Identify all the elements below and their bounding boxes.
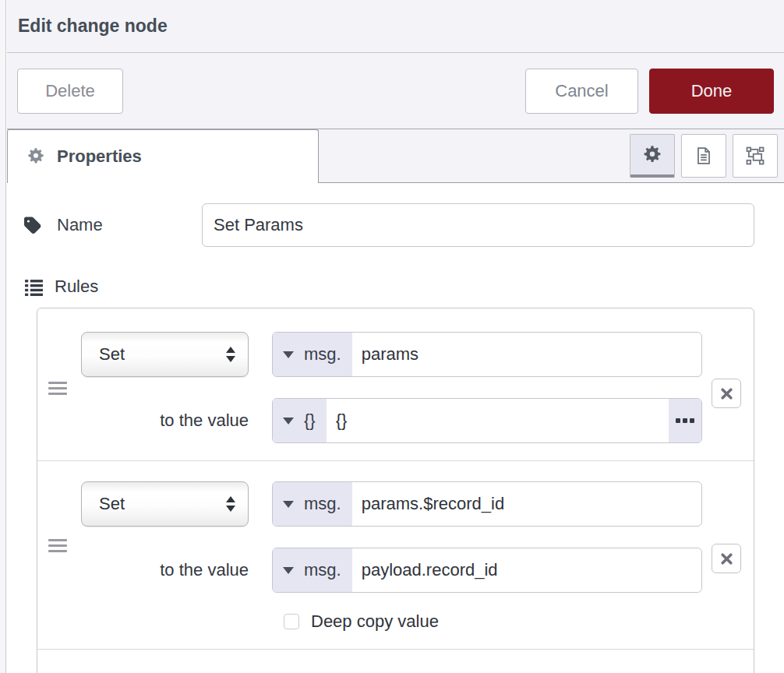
caret-down-icon: [283, 418, 294, 425]
appearance-icon: [744, 145, 766, 167]
tray-resize-strip[interactable]: [0, 0, 6, 673]
tab-properties[interactable]: Properties: [7, 129, 319, 183]
rules-container: Set msg. to the value: [37, 308, 754, 673]
x-icon: [720, 387, 733, 400]
rule-item-1: Set msg. to the value: [37, 308, 754, 460]
list-icon: [24, 277, 44, 297]
rule1-property-row: Set msg.: [81, 332, 702, 377]
rule1-value-input[interactable]: [327, 399, 669, 442]
name-label: Name: [57, 215, 103, 235]
drag-handle-icon[interactable]: [48, 382, 67, 395]
dialog-toolbar: Delete Cancel Done: [7, 53, 784, 129]
rule2-action-select[interactable]: Set: [81, 481, 249, 527]
rule1-action-select[interactable]: Set: [81, 332, 249, 377]
edit-tray: Edit change node Delete Cancel Done Prop…: [7, 0, 784, 673]
rule2-value-type-button[interactable]: msg.: [273, 548, 352, 592]
rule2-value-row: to the value msg.: [81, 548, 702, 593]
tag-icon: [24, 216, 44, 235]
rule2-property-typed-input: msg.: [272, 481, 702, 527]
tabbar-spacer: [319, 129, 630, 182]
cancel-button[interactable]: Cancel: [525, 69, 638, 114]
up-down-arrows-icon: [226, 347, 235, 362]
rule1-property-type-button[interactable]: msg.: [273, 333, 352, 376]
rule2-value-input[interactable]: [352, 548, 701, 592]
rules-label: Rules: [55, 277, 98, 297]
done-button[interactable]: Done: [649, 69, 774, 114]
rule1-property-input[interactable]: [352, 333, 701, 376]
name-field-label: Name: [24, 215, 202, 235]
name-field-row: Name: [24, 203, 754, 247]
caret-down-icon: [283, 501, 294, 508]
description-panel-button[interactable]: [681, 134, 726, 178]
rules-section-label: Rules: [24, 277, 754, 297]
edit-change-node-dialog: Edit change node Delete Cancel Done Prop…: [0, 0, 784, 673]
rule2-property-type: msg.: [304, 494, 341, 514]
editor-panel-buttons: [630, 129, 784, 182]
deep-copy-row: Deep copy value: [284, 611, 702, 632]
rule1-value-typed-input: {}: [272, 398, 702, 443]
tab-properties-label: Properties: [57, 146, 142, 167]
properties-panel: Name Rules Set: [7, 183, 784, 673]
rule2-action-value: Set: [99, 494, 125, 514]
rule2-property-input[interactable]: [352, 482, 701, 526]
drag-handle-icon[interactable]: [48, 539, 67, 552]
rule1-value-type-button[interactable]: {}: [273, 399, 327, 442]
next-rule-divider: [37, 649, 754, 673]
rule-item-2: Set msg. to the value: [37, 460, 754, 649]
rule2-value-typed-input: msg.: [272, 548, 702, 593]
x-icon: [720, 552, 733, 566]
editor-tabbar: Properties: [7, 129, 784, 183]
deep-copy-checkbox[interactable]: [284, 614, 299, 629]
caret-down-icon: [283, 567, 294, 574]
appearance-panel-button[interactable]: [733, 134, 778, 178]
dialog-title: Edit change node: [18, 16, 168, 37]
rule2-remove-button[interactable]: [712, 544, 741, 573]
gear-icon: [26, 147, 45, 166]
rule1-action-value: Set: [99, 344, 125, 365]
rule1-property-typed-input: msg.: [272, 332, 702, 377]
rule1-remove-button[interactable]: [712, 379, 741, 408]
rule1-value-row: to the value {}: [81, 398, 702, 443]
rule1-value-type: {}: [304, 410, 316, 431]
ellipsis-icon: [676, 418, 694, 423]
to-the-value-label: to the value: [81, 548, 249, 593]
up-down-arrows-icon: [226, 496, 235, 512]
caret-down-icon: [283, 351, 294, 358]
name-input[interactable]: [202, 203, 754, 247]
rule2-property-type-button[interactable]: msg.: [273, 482, 352, 526]
deep-copy-label: Deep copy value: [311, 611, 439, 632]
rule2-value-type: msg.: [304, 560, 341, 580]
document-icon: [694, 146, 714, 166]
to-the-value-label: to the value: [81, 398, 249, 443]
dialog-header: Edit change node: [7, 0, 784, 53]
gear-icon: [642, 145, 662, 165]
rule1-property-type: msg.: [304, 344, 341, 365]
properties-panel-button[interactable]: [630, 134, 675, 178]
delete-button[interactable]: Delete: [17, 69, 123, 114]
expand-editor-button[interactable]: [669, 399, 701, 442]
rule2-property-row: Set msg.: [81, 481, 702, 527]
